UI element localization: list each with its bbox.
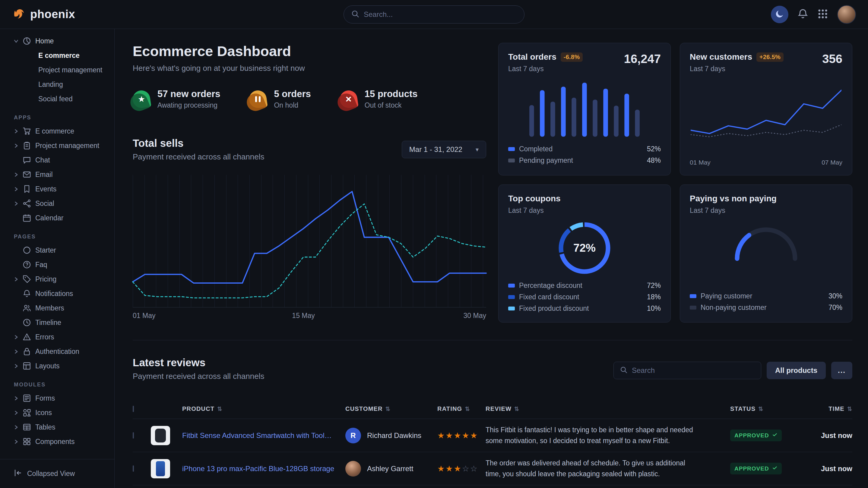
x-label: 01 May <box>133 312 155 320</box>
paying-legend: Paying customer 30% Non-paying customer … <box>690 290 842 313</box>
legend-label: Non-paying customer <box>701 303 767 312</box>
sidebar-item-authentication[interactable]: Authentication <box>0 344 114 359</box>
topbar-search[interactable] <box>343 5 525 24</box>
theme-toggle-button[interactable] <box>771 6 788 23</box>
paying-gauge-chart <box>730 223 802 263</box>
sidebar-item-e-commerce[interactable]: E commerce <box>0 124 114 138</box>
sort-icon: ⇅ <box>465 405 470 412</box>
sidebar-item-members[interactable]: Members <box>0 301 114 315</box>
sidebar-item-social-feed[interactable]: Social feed <box>0 92 114 106</box>
product-link[interactable]: iPhone 13 pro max-Pacific Blue-128GB sto… <box>182 464 334 473</box>
stat-out-of-stock: × 15 products Out of stock <box>340 89 418 109</box>
product-link[interactable]: Fitbit Sense Advanced Smartwatch with To… <box>182 431 335 440</box>
legend-value: 48% <box>647 157 661 165</box>
reviews-table-body: Fitbit Sense Advanced Smartwatch with To… <box>133 419 852 488</box>
clock-icon <box>23 318 31 327</box>
apps-grid-button[interactable] <box>817 8 828 20</box>
collapsed-view-label: Collapsed View <box>27 469 75 478</box>
caret-right-icon <box>14 201 19 206</box>
legend-row-percentage-discount: Percentage discount 72% <box>508 280 661 291</box>
select-all-checkbox[interactable] <box>133 406 134 412</box>
sidebar-item-faq[interactable]: Faq <box>0 257 114 272</box>
bookmark-icon <box>23 185 31 193</box>
column-header-customer[interactable]: CUSTOMER⇅ <box>335 405 425 412</box>
paying-card: Paying vs non paying Last 7 days Paying … <box>680 185 852 323</box>
components-icon <box>23 437 31 446</box>
sidebar-item-starter[interactable]: Starter <box>0 243 114 257</box>
date-range-select[interactable]: Mar 1 - 31, 2022 ▾ <box>402 141 486 158</box>
sidebar-item-calendar[interactable]: Calendar <box>0 211 114 225</box>
column-header-review[interactable]: REVIEW⇅ <box>475 405 713 412</box>
sidebar-item-e-commerce[interactable]: E commerce <box>0 48 114 63</box>
sidebar-item-components[interactable]: Components <box>0 434 114 449</box>
check-icon <box>772 465 777 472</box>
sidebar-section-modules: MODULES <box>14 382 114 388</box>
column-header-time[interactable]: TIME⇅ <box>790 405 852 412</box>
sidebar-item-pricing[interactable]: Pricing <box>0 272 114 286</box>
collapsed-view-toggle[interactable]: Collapsed View <box>0 459 114 488</box>
lock-icon <box>23 347 31 356</box>
sidebar-item-forms[interactable]: Forms <box>0 391 114 405</box>
caret-right-icon <box>14 364 19 368</box>
reviews-search-input[interactable] <box>632 366 755 375</box>
sidebar-item-notifications[interactable]: Notifications <box>0 286 114 301</box>
stat-value: 57 new orders <box>157 89 220 99</box>
sidebar-item-social[interactable]: Social <box>0 196 114 211</box>
reviews-search[interactable] <box>614 362 761 379</box>
customer-avatar <box>345 461 361 477</box>
total-orders-bar-chart <box>508 73 661 143</box>
sidebar-item-home[interactable]: Home <box>0 34 114 48</box>
row-checkbox[interactable] <box>133 432 134 438</box>
total-orders-card: Total orders -6.8% Last 7 days 16,247 Co… <box>498 43 671 175</box>
card-period: Last 7 days <box>690 206 842 215</box>
topbar: phoenix <box>0 0 868 29</box>
sidebar-item-icons[interactable]: Icons <box>0 405 114 420</box>
customer-name: Ashley Garrett <box>367 464 413 473</box>
legend-marker <box>508 159 515 162</box>
sidebar-item-timeline[interactable]: Timeline <box>0 315 114 330</box>
user-avatar[interactable] <box>837 5 856 24</box>
stat-awating-processing: ★ 57 new orders Awating processing <box>133 89 220 109</box>
customer-avatar: R <box>345 428 361 444</box>
column-header-product[interactable]: PRODUCT⇅ <box>151 405 335 412</box>
table-row: iPhone 13 pro max-Pacific Blue-128GB sto… <box>133 452 852 485</box>
main-content: Ecommerce Dashboard Here's what's going … <box>115 29 868 488</box>
x-label: 01 May <box>690 159 711 166</box>
stats-row: ★ 57 new orders Awating processing 5 ord… <box>133 89 486 109</box>
all-products-button[interactable]: All products <box>767 362 826 379</box>
review-time: Just now <box>821 464 852 473</box>
share-icon <box>23 199 31 208</box>
sidebar-item-project-management[interactable]: Project management <box>0 63 114 77</box>
sidebar-item-email[interactable]: Email <box>0 167 114 182</box>
brand[interactable]: phoenix <box>12 7 75 22</box>
column-header-rating[interactable]: RATING⇅ <box>425 405 475 412</box>
card-title: Top coupons <box>508 194 661 203</box>
card-title: Paying vs non paying <box>690 194 842 203</box>
column-header-status[interactable]: STATUS⇅ <box>713 405 790 412</box>
new-customers-card: New customers +26.5% Last 7 days 356 01 … <box>680 43 852 175</box>
table-row <box>133 485 852 488</box>
new-customers-line-chart <box>690 73 842 157</box>
caret-right-icon <box>14 411 19 415</box>
sidebar-item-project-management[interactable]: Project management <box>0 138 114 153</box>
legend-value: 18% <box>647 293 661 301</box>
sort-icon: ⇅ <box>514 405 519 412</box>
global-search-input[interactable] <box>364 10 517 19</box>
sidebar-item-chat[interactable]: Chat <box>0 153 114 167</box>
table-icon <box>23 423 31 431</box>
stat-blob-orange <box>248 89 268 109</box>
legend-row-paying-customer: Paying customer 30% <box>690 290 842 302</box>
sidebar-item-errors[interactable]: Errors <box>0 330 114 344</box>
reviews-title: Latest reviews <box>133 357 264 369</box>
mail-icon <box>23 170 31 179</box>
sidebar-item-tables[interactable]: Tables <box>0 420 114 434</box>
row-checkbox[interactable] <box>133 465 134 472</box>
stat-caption: Awating processing <box>157 101 220 109</box>
legend-label: Pending payment <box>519 157 573 165</box>
sidebar-item-landing[interactable]: Landing <box>0 77 114 92</box>
sidebar-item-events[interactable]: Events <box>0 182 114 196</box>
legend-value: 10% <box>647 304 661 313</box>
notifications-button[interactable] <box>798 8 808 20</box>
more-options-button[interactable]: ... <box>831 362 852 379</box>
sidebar-item-layouts[interactable]: Layouts <box>0 359 114 373</box>
